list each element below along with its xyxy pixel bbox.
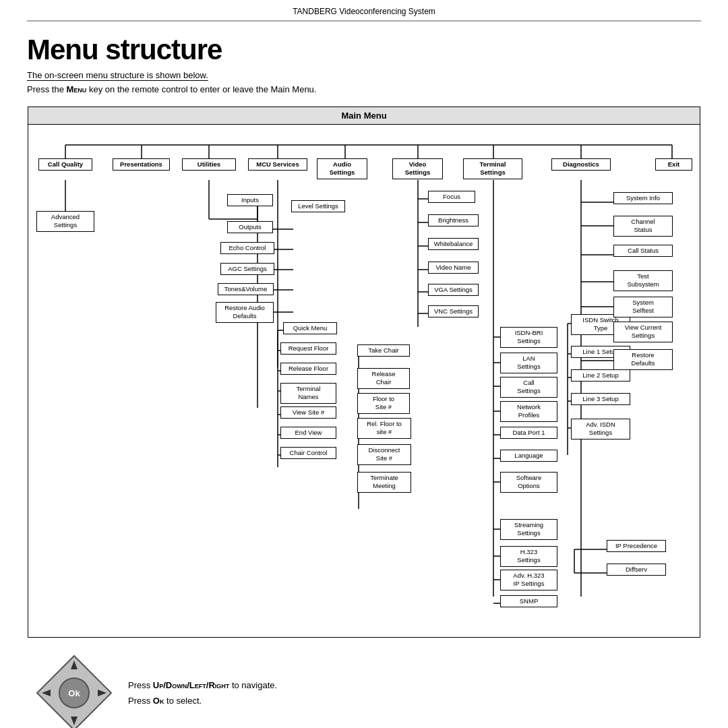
node-chair-control: Chair Control (280, 447, 336, 459)
node-streaming-settings: StreamingSettings (500, 519, 557, 540)
nav-line1: Press Up/Down/Left/Right to navigate. (128, 677, 277, 693)
node-tones-volume: Tones&Volume (218, 283, 274, 295)
node-release-floor: Release Floor (280, 363, 336, 375)
node-presentations: Presentations (113, 158, 170, 171)
node-terminate-meeting: TerminateMeeting (357, 472, 411, 493)
node-vnc-settings: VNC Settings (428, 305, 479, 317)
node-agc-settings: AGC Settings (220, 263, 274, 275)
node-line3-setup: Line 3 Setup (571, 393, 630, 405)
node-exit: Exit (655, 158, 692, 171)
nav-controller: Ok (34, 653, 115, 728)
node-outputs: Outputs (227, 221, 273, 233)
node-video-settings: VideoSettings (392, 158, 443, 179)
diagram-area: Call Quality Presentations Utilities MCU… (28, 125, 701, 637)
node-call-quality: Call Quality (38, 158, 92, 171)
bottom-section: Ok Press Up/Down/Left/Right to navigate.… (27, 653, 701, 728)
subtitle: The on-screen menu structure is shown be… (27, 70, 701, 80)
node-snmp: SNMP (500, 595, 557, 607)
node-restore-audio: Restore AudioDefaults (216, 302, 274, 323)
node-isdn-bri: ISDN-BRISettings (500, 327, 557, 348)
node-lan-settings: LANSettings (500, 353, 557, 373)
node-quick-menu: Quick Menu (283, 322, 337, 334)
page: TANDBERG Videoconferencing System Menu s… (0, 0, 728, 728)
node-audio-settings: AudioSettings (317, 158, 367, 179)
node-call-settings: CallSettings (500, 377, 557, 398)
nav-instructions: Press Up/Down/Left/Right to navigate. Pr… (128, 677, 277, 709)
node-floor-to-site: Floor toSite # (357, 393, 410, 414)
node-focus: Focus (428, 191, 475, 203)
brand-label: TANDBERG Videoconferencing System (293, 7, 435, 16)
node-diagnostics: Diagnostics (551, 158, 611, 171)
node-software-options: SoftwareOptions (500, 472, 557, 493)
node-adv-h323: Adv. H.323IP Settings (500, 570, 557, 590)
node-adv-isdn: Adv. ISDNSettings (571, 419, 630, 439)
node-echo-control: Echo Control (220, 242, 274, 254)
node-data-port: Data Port 1 (500, 427, 557, 439)
node-channel-status: ChannelStatus (613, 216, 673, 237)
svg-text:Ok: Ok (68, 688, 80, 698)
node-end-view: End View (280, 427, 336, 439)
page-title: Menu structure (27, 34, 701, 66)
main-menu-header: Main Menu (28, 107, 700, 125)
node-restore-defaults: RestoreDefaults (613, 349, 673, 370)
node-view-current-settings: View CurrentSettings (613, 322, 673, 342)
node-level-settings: Level Settings (291, 200, 345, 212)
node-vga-settings: VGA Settings (428, 284, 479, 296)
node-advanced-settings: AdvancedSettings (36, 211, 94, 232)
node-mcu-services: MCU Services (248, 158, 307, 171)
remote-svg: Ok (34, 653, 115, 728)
node-ip-precedence: IP Precedence (607, 540, 666, 552)
node-terminal-names: TerminalNames (280, 383, 336, 404)
node-network-profiles: NetworkProfiles (500, 401, 557, 422)
node-diffserv: Diffserv (607, 564, 666, 576)
node-call-status: Call Status (613, 245, 673, 257)
node-brightness: Brightness (428, 214, 479, 226)
node-view-site: View Site # (280, 406, 336, 419)
node-line2-setup: Line 2 Setup (571, 369, 630, 382)
node-language: Language (500, 450, 557, 462)
node-rel-floor-site: Rel. Floor tosite # (357, 418, 411, 439)
node-system-selftest: SystemSelftest (613, 297, 673, 317)
node-request-floor: Request Floor (280, 342, 336, 355)
node-video-name: Video Name (428, 262, 479, 274)
node-utilities: Utilities (182, 158, 236, 171)
node-release-chair: ReleaseChair (357, 368, 410, 389)
node-h323-settings: H.323Settings (500, 546, 557, 567)
node-whitebalance: Whitebalance (428, 238, 479, 250)
top-bar: TANDBERG Videoconferencing System (27, 0, 701, 22)
menu-diagram: Main Menu (28, 107, 700, 638)
intro-text: Press the Menu key on the remote control… (27, 84, 701, 94)
nav-line2: Press Ok to select. (128, 693, 277, 708)
node-disconnect-site: DisconnectSite # (357, 444, 411, 465)
node-test-subsystem: TestSubsystem (613, 270, 673, 291)
node-take-chair: Take Chair (357, 344, 410, 357)
node-inputs: Inputs (227, 194, 273, 206)
node-system-info: System Info (613, 192, 673, 204)
node-terminal-settings: TerminalSettings (463, 158, 522, 179)
